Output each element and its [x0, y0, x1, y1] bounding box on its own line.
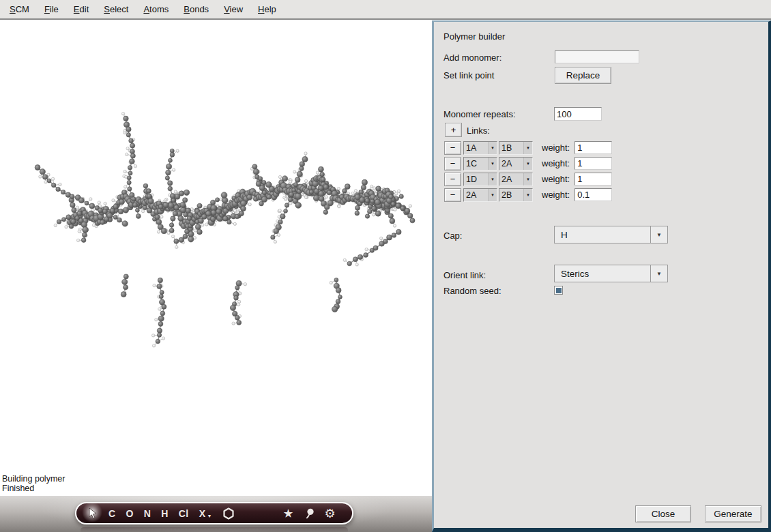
link-value: 1A: [464, 143, 488, 153]
element-c-tool[interactable]: C: [108, 509, 116, 518]
star-icon: ★: [284, 508, 293, 518]
link-from-select[interactable]: 1A▼: [463, 141, 497, 155]
cap-label: Cap:: [443, 231, 462, 241]
balloon-tool[interactable]: [304, 508, 315, 519]
menu-bonds[interactable]: Bonds: [178, 2, 214, 16]
element-cl-tool[interactable]: Cl: [179, 509, 189, 518]
settings-tool[interactable]: ⚙: [325, 507, 336, 520]
links-list: −1A▼1B▼weight:−1C▼2A▼weight:−1D▼2A▼weigh…: [444, 141, 612, 203]
panel-title: Polymer builder: [443, 31, 505, 42]
element-toolbar: CONHClX▼★⚙: [75, 502, 353, 524]
menu-scm[interactable]: SCM: [4, 2, 35, 16]
link-value: 2A: [499, 175, 523, 184]
status-line-1: Building polymer: [2, 475, 65, 484]
chevron-down-icon: ▼: [523, 142, 532, 154]
link-value: 2B: [499, 190, 523, 200]
generate-button[interactable]: Generate: [705, 505, 761, 522]
add-link-button[interactable]: +: [445, 123, 462, 137]
chevron-down-icon: ▼: [488, 189, 497, 201]
weight-input[interactable]: [574, 157, 612, 170]
chevron-down-icon: ▼: [650, 226, 667, 243]
weight-input[interactable]: [574, 141, 612, 154]
molecule-viewport[interactable]: Building polymer Finished: [0, 20, 432, 496]
element-h-tool[interactable]: H: [161, 509, 169, 518]
chevron-down-icon: ▼: [488, 173, 497, 186]
weight-label: weight:: [542, 143, 570, 153]
menu-edit[interactable]: Edit: [68, 2, 94, 16]
element-n-tool[interactable]: N: [144, 509, 151, 518]
link-to-select[interactable]: 1B▼: [499, 141, 533, 155]
link-row-2: −1C▼2A▼weight:: [444, 156, 612, 171]
weight-input[interactable]: [574, 173, 612, 186]
status-text: Building polymer Finished: [2, 475, 65, 493]
menu-atoms[interactable]: Atoms: [138, 2, 174, 16]
orient-link-select[interactable]: Sterics ▼: [554, 265, 668, 282]
random-seed-label: Random seed:: [443, 286, 501, 296]
monomer-repeats-input[interactable]: [554, 107, 602, 121]
link-row-3: −1D▼2A▼weight:: [444, 172, 612, 186]
close-button[interactable]: Close: [635, 505, 691, 522]
link-to-select[interactable]: 2A▼: [499, 173, 533, 186]
set-link-point-label: Set link point: [443, 70, 494, 80]
menu-help[interactable]: Help: [252, 2, 282, 16]
chevron-down-icon: ▼: [650, 265, 667, 282]
link-value: 1B: [499, 143, 523, 153]
chevron-down-icon: ▼: [488, 142, 497, 154]
remove-link-button[interactable]: −: [444, 157, 461, 171]
links-label: Links:: [467, 125, 490, 136]
link-to-select[interactable]: 2B▼: [499, 188, 533, 202]
remove-link-button[interactable]: −: [444, 173, 461, 186]
menu-select[interactable]: Select: [98, 2, 134, 16]
link-value: 2A: [464, 190, 488, 200]
cap-select[interactable]: H ▼: [554, 226, 668, 243]
chevron-down-icon: ▼: [523, 158, 532, 170]
toolbar-reflection: [81, 527, 348, 532]
polymer-molecule-render: [0, 20, 432, 496]
cursor-arrow-icon: [87, 507, 98, 519]
random-seed-checkbox[interactable]: [554, 286, 563, 295]
menu-file[interactable]: File: [39, 2, 64, 16]
favorites-tool[interactable]: ★: [284, 508, 293, 518]
polymer-builder-panel: Polymer builder Add monomer: Set link po…: [432, 20, 771, 532]
remove-link-button[interactable]: −: [444, 188, 461, 202]
balloon-icon: [304, 508, 315, 519]
chevron-down-icon: ▼: [523, 173, 532, 186]
element-o-tool[interactable]: O: [126, 509, 134, 518]
remove-link-button[interactable]: −: [444, 141, 461, 155]
link-from-select[interactable]: 1D▼: [463, 173, 497, 186]
link-row-1: −1A▼1B▼weight:: [444, 141, 612, 155]
replace-button[interactable]: Replace: [555, 67, 611, 84]
gear-icon: ⚙: [325, 507, 336, 520]
chevron-down-icon: ▼: [488, 158, 497, 170]
menu-view[interactable]: View: [218, 2, 248, 16]
link-from-select[interactable]: 2A▼: [463, 188, 497, 202]
chevron-down-icon: ▼: [207, 514, 212, 518]
add-monomer-label: Add monomer:: [443, 53, 501, 63]
link-from-select[interactable]: 1C▼: [463, 157, 497, 171]
app-window: { "menu": { "items": [ {"label":"SCM","m…: [0, 0, 771, 532]
link-to-select[interactable]: 2A▼: [499, 157, 533, 171]
status-line-2: Finished: [2, 484, 65, 494]
weight-label: weight:: [542, 158, 570, 168]
hexagon-ring-icon: [222, 507, 235, 520]
pointer-tool[interactable]: [87, 507, 98, 519]
orient-link-label: Orient link:: [443, 270, 486, 280]
add-monomer-input[interactable]: [555, 50, 639, 63]
link-value: 1C: [464, 159, 488, 168]
link-value: 2A: [499, 159, 523, 168]
toolbar-dock: CONHClX▼★⚙: [0, 496, 432, 532]
ring-tool[interactable]: [222, 507, 235, 520]
weight-label: weight:: [542, 174, 570, 184]
element-x-menu-tool[interactable]: X▼: [199, 508, 212, 518]
cap-value: H: [555, 230, 650, 240]
weight-input[interactable]: [574, 188, 612, 201]
link-value: 1D: [464, 175, 488, 184]
orient-link-value: Sterics: [555, 269, 650, 279]
chevron-down-icon: ▼: [523, 189, 532, 201]
link-row-4: −2A▼2B▼weight:: [444, 188, 612, 202]
random-seed-checked-mark: [556, 288, 562, 293]
weight-label: weight:: [542, 190, 570, 200]
menubar: SCMFileEditSelectAtomsBondsViewHelp: [0, 0, 771, 20]
monomer-repeats-label: Monomer repeats:: [443, 109, 516, 119]
